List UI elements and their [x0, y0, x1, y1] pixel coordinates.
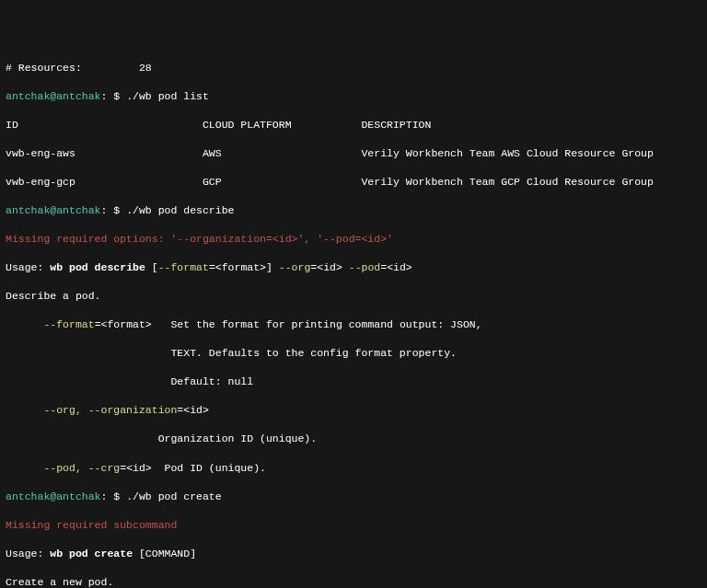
- cmd-pod-describe: ./wb pod describe: [126, 204, 234, 216]
- prompt-user: antchak@antchak: [6, 490, 101, 502]
- opt-flag: --format: [6, 318, 95, 330]
- opt-flag: --pod, --crg: [6, 462, 120, 474]
- prompt-sep: : $: [101, 490, 127, 502]
- error-describe: Missing required options: '--organizatio…: [6, 232, 701, 247]
- opt-text: Organization ID (unique).: [6, 432, 701, 446]
- usage-cmd: wb pod describe: [50, 261, 145, 273]
- create-desc: Create a new pod.: [6, 575, 701, 588]
- resources-header: # Resources: 28: [6, 62, 152, 74]
- prompt-user: antchak@antchak: [6, 204, 101, 216]
- cmd-pod-list: ./wb pod list: [126, 90, 209, 102]
- table-row: vwb-eng-aws AWS Verily Workbench Team AW…: [6, 146, 701, 161]
- prompt-sep: : $: [101, 204, 127, 216]
- table-header: ID CLOUD PLATFORM DESCRIPTION: [6, 118, 701, 133]
- prompt-user: antchak@antchak: [6, 90, 101, 102]
- opt-text: Default: null: [6, 375, 701, 389]
- table-row: vwb-eng-gcp GCP Verily Workbench Team GC…: [6, 175, 701, 190]
- opt-text: Set the format for printing command outp…: [152, 318, 482, 330]
- opt-flag: --org, --organization: [6, 404, 177, 416]
- describe-desc: Describe a pod.: [6, 289, 701, 304]
- error-create: Missing required subcommand: [6, 518, 701, 533]
- usage-prefix: Usage:: [6, 261, 50, 273]
- opt-text: TEXT. Defaults to the config format prop…: [6, 346, 701, 361]
- cmd-pod-create: ./wb pod create: [126, 490, 222, 502]
- opt-text: Pod ID (unique).: [152, 462, 266, 474]
- prompt-sep: : $: [101, 90, 127, 102]
